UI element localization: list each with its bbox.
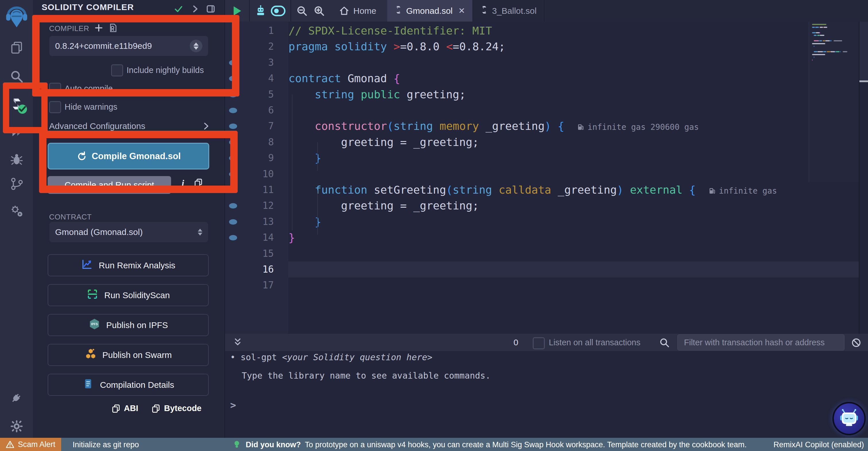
run-script-play-button[interactable] bbox=[228, 0, 247, 22]
code-editor[interactable]: 1234567891011121314151617 // SPDX-Licens… bbox=[225, 22, 868, 355]
sidebar-icon-plug[interactable] bbox=[9, 390, 25, 405]
publish-on-swarm-button[interactable]: Publish on Swarm bbox=[48, 344, 209, 366]
scam-alert-button[interactable]: Scam Alert bbox=[0, 438, 61, 451]
minimap-line bbox=[819, 32, 820, 33]
code-line-4: contract Gmonad { bbox=[288, 71, 400, 86]
compiler-license-icon[interactable] bbox=[108, 23, 118, 33]
terminal-prompt[interactable]: > bbox=[230, 399, 236, 411]
sidebar-icon-file-explorer[interactable] bbox=[9, 40, 25, 56]
scrollbar-slider[interactable] bbox=[859, 22, 868, 80]
code-line-1: // SPDX-License-Identifier: MIT bbox=[288, 23, 492, 39]
tab-3-ballot-sol[interactable]: 3_Ballot.sol bbox=[473, 0, 545, 22]
remixai-robot-icon[interactable] bbox=[253, 0, 269, 22]
sidebar-icon-git[interactable] bbox=[9, 176, 25, 192]
info-icon[interactable]: i bbox=[182, 178, 184, 189]
minimap-line bbox=[816, 32, 819, 33]
compile-button[interactable]: Compile Gmonad.sol bbox=[48, 143, 209, 169]
include-nightly-checkbox[interactable] bbox=[111, 64, 123, 77]
minimap-line bbox=[836, 51, 840, 52]
breakpoint-dot[interactable] bbox=[229, 187, 237, 193]
remix-logo[interactable] bbox=[5, 6, 28, 29]
clear-console-ban-icon[interactable] bbox=[851, 337, 862, 349]
details-icon bbox=[82, 378, 94, 392]
remixai-assistant-button[interactable] bbox=[832, 402, 866, 435]
run-remix-analysis-button[interactable]: Run Remix Analysis bbox=[48, 254, 209, 276]
auto-compile-checkbox[interactable] bbox=[49, 83, 61, 95]
minimap-line bbox=[823, 40, 826, 41]
copilot-status[interactable]: RemixAI Copilot (enabled) bbox=[774, 440, 864, 449]
minimap-line bbox=[830, 51, 835, 52]
auto-compile-label: Auto compile bbox=[65, 84, 113, 93]
minimap-line bbox=[812, 43, 825, 44]
sidebar-icon-search[interactable] bbox=[9, 68, 25, 84]
breakpoint-dot[interactable] bbox=[229, 140, 237, 145]
expand-terminal-icon[interactable] bbox=[232, 337, 243, 349]
zoom-out-icon[interactable] bbox=[294, 0, 310, 22]
chevron-right-icon[interactable] bbox=[190, 4, 200, 14]
did-you-know-label: Did you know? bbox=[246, 440, 301, 449]
breakpoint-dot[interactable] bbox=[229, 219, 237, 225]
sidebar-icon-solidity-compiler[interactable] bbox=[9, 96, 25, 112]
transaction-filter-input[interactable] bbox=[677, 334, 844, 350]
warning-triangle-icon bbox=[6, 440, 14, 448]
minimap-line bbox=[812, 54, 825, 55]
terminal-output[interactable]: • sol-gpt <your Solidity question here> … bbox=[225, 351, 868, 438]
close-tab-icon[interactable]: ✕ bbox=[458, 6, 465, 16]
minimap-line bbox=[814, 46, 814, 47]
init-git-repo-button[interactable]: Initialize as git repo bbox=[73, 440, 139, 449]
abi-label: ABI bbox=[124, 403, 138, 413]
tab-bar: Home Gmonad.sol✕3_Ballot.sol bbox=[225, 0, 868, 22]
sidebar-icon-debugger[interactable] bbox=[9, 151, 25, 167]
compiler-version-select[interactable]: 0.8.24+commit.e11b9ed9 bbox=[50, 36, 208, 56]
minimap-line bbox=[814, 40, 819, 41]
minimap-line bbox=[825, 40, 830, 41]
copy-script-icon[interactable] bbox=[194, 178, 203, 189]
minimap-line bbox=[814, 57, 814, 58]
copy-icon bbox=[151, 404, 160, 413]
copy-abi-button[interactable]: ABI bbox=[112, 403, 138, 413]
run-solidityscan-button[interactable]: Run SolidityScan bbox=[48, 284, 209, 306]
tip-text: To prototype on a uniswap v4 hooks, you … bbox=[305, 440, 747, 449]
remix-ide-window: SOLIDITY COMPILER COMPILER 0.8.24+commit… bbox=[0, 0, 868, 451]
minimap-line bbox=[817, 35, 820, 36]
copy-bytecode-button[interactable]: Bytecode bbox=[151, 403, 202, 413]
sidebar-icon-plugin-manager[interactable] bbox=[9, 203, 25, 219]
breakpoint-dot[interactable] bbox=[229, 60, 237, 65]
home-tab-label: Home bbox=[353, 6, 376, 16]
breakpoint-dot[interactable] bbox=[229, 171, 237, 177]
editor-scrollbar[interactable] bbox=[859, 22, 868, 355]
listen-all-transactions-checkbox[interactable] bbox=[533, 337, 545, 349]
add-compiler-icon[interactable] bbox=[94, 23, 104, 33]
editor-minimap[interactable] bbox=[809, 22, 859, 182]
zoom-in-icon[interactable] bbox=[311, 0, 327, 22]
line-number: 17 bbox=[225, 277, 276, 293]
minimap-line bbox=[820, 35, 825, 36]
hide-warnings-label: Hide warnings bbox=[65, 102, 117, 112]
hide-warnings-checkbox[interactable] bbox=[49, 101, 61, 113]
minimap-line bbox=[824, 51, 826, 52]
terminal-search-icon[interactable] bbox=[659, 337, 670, 349]
minimap-line bbox=[819, 40, 823, 41]
pin-panel-icon[interactable] bbox=[206, 4, 216, 14]
tab-gmonad-sol[interactable]: Gmonad.sol✕ bbox=[387, 0, 473, 22]
advanced-configurations-toggle[interactable]: Advanced Configurations bbox=[49, 121, 145, 131]
indent-guide bbox=[317, 142, 318, 171]
tab-home[interactable]: Home bbox=[329, 0, 386, 22]
activity-bar bbox=[0, 0, 34, 438]
breakpoint-dot[interactable] bbox=[229, 108, 237, 113]
sidebar-icon-settings[interactable] bbox=[9, 418, 25, 434]
swarm-icon bbox=[85, 348, 97, 362]
minimap-line bbox=[834, 40, 842, 41]
contract-select[interactable]: Gmonad (Gmonad.sol) bbox=[50, 222, 208, 242]
main-area: Home Gmonad.sol✕3_Ballot.sol 12345678910… bbox=[224, 0, 868, 438]
gas-estimate-annotation: infinite gas bbox=[709, 186, 777, 196]
sidebar-icon-deploy-run[interactable] bbox=[9, 124, 25, 140]
publish-on-ipfs-button[interactable]: IPFSPublish on IPFS bbox=[48, 314, 209, 336]
breakpoint-dot[interactable] bbox=[229, 92, 237, 97]
compile-and-run-button[interactable]: Compile and Run script bbox=[48, 176, 171, 194]
compiler-version-value: 0.8.24+commit.e11b9ed9 bbox=[55, 41, 152, 51]
contract-select-value: Gmonad (Gmonad.sol) bbox=[55, 227, 143, 237]
compilation-details-button[interactable]: Compilation Details bbox=[48, 374, 209, 396]
advanced-chevron-icon[interactable] bbox=[202, 122, 210, 131]
copilot-toggle-icon[interactable] bbox=[269, 0, 287, 22]
